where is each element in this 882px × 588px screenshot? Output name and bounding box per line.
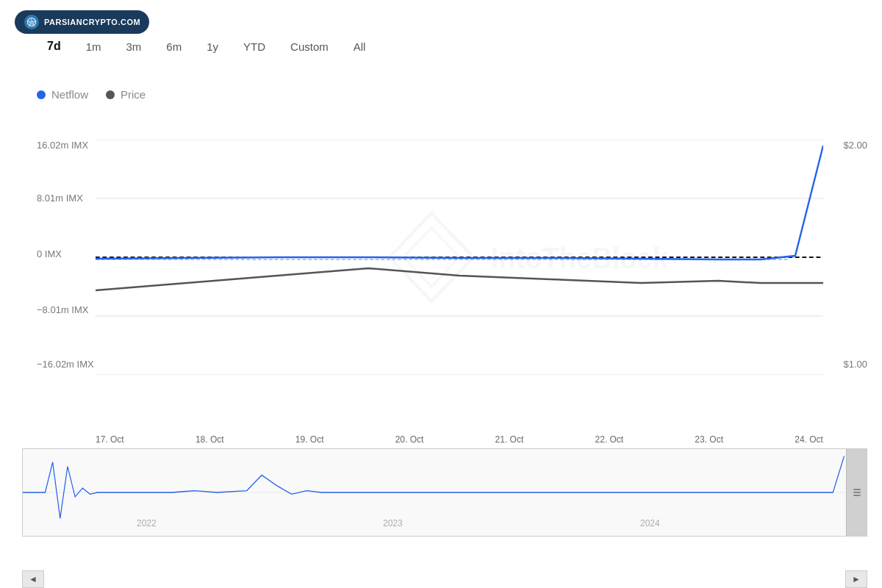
year-label-2023: 2023 [383, 518, 403, 528]
y-label-top-left: 16.02m IMX [37, 140, 88, 151]
nav-right-arrow[interactable]: ► [845, 570, 867, 588]
handle-line-2 [853, 492, 861, 493]
filter-all[interactable]: All [343, 36, 376, 57]
year-label-2022: 2022 [137, 518, 157, 528]
left-arrow-icon: ◄ [29, 574, 37, 584]
filter-1m[interactable]: 1m [76, 36, 112, 57]
legend: Netflow Price [37, 88, 146, 101]
x-label-8: 24. Oct [795, 434, 823, 445]
x-label-2: 18. Oct [196, 434, 224, 445]
filter-custom[interactable]: Custom [280, 36, 339, 57]
handle-line-1 [853, 489, 861, 490]
x-label-7: 23. Oct [695, 434, 723, 445]
scroll-handle-lines [853, 489, 861, 496]
filter-ytd[interactable]: YTD [233, 36, 276, 57]
netflow-dot [37, 90, 46, 99]
handle-line-3 [853, 495, 861, 496]
filter-1y[interactable]: 1y [196, 36, 229, 57]
scroll-handle[interactable] [846, 449, 867, 536]
y-label-top-right: $2.00 [843, 140, 867, 151]
price-label: Price [121, 88, 146, 101]
mini-chart-container: 2022 2023 2024 [22, 448, 867, 537]
x-label-6: 22. Oct [595, 434, 623, 445]
filter-6m[interactable]: 6m [156, 36, 192, 57]
y-label-neg4-left: −16.02m IMX [37, 359, 94, 370]
right-arrow-icon: ► [852, 574, 861, 584]
logo-text: PARSIANCRYPTO.COM [44, 18, 140, 26]
y-label-neg2-left: −8.01m IMX [37, 304, 88, 315]
filter-7d[interactable]: 7d [37, 35, 71, 57]
y-label-zero-left: 0 IMX [37, 248, 62, 259]
main-chart-svg: IntoTheBlock [96, 140, 823, 375]
chart-area: 16.02m IMX 8.01m IMX 0 IMX −8.01m IMX −1… [37, 140, 867, 419]
x-label-3: 19. Oct [295, 434, 324, 445]
y-label-2-left: 8.01m IMX [37, 193, 83, 204]
logo-icon [24, 14, 40, 30]
price-dot [106, 90, 115, 99]
x-labels: 17. Oct 18. Oct 19. Oct 20. Oct 21. Oct … [96, 434, 823, 445]
y-label-bottom-right: $1.00 [843, 359, 867, 370]
legend-price: Price [106, 88, 146, 101]
time-filters: 7d 1m 3m 6m 1y YTD Custom All [37, 35, 376, 57]
x-label-4: 20. Oct [395, 434, 424, 445]
x-label-5: 21. Oct [495, 434, 524, 445]
netflow-label: Netflow [51, 88, 88, 101]
year-label-2024: 2024 [640, 518, 660, 528]
filter-3m[interactable]: 3m [116, 36, 152, 57]
nav-left-arrow[interactable]: ◄ [22, 570, 44, 588]
logo-badge: PARSIANCRYPTO.COM [15, 10, 149, 34]
legend-netflow: Netflow [37, 88, 88, 101]
x-label-1: 17. Oct [96, 434, 124, 445]
